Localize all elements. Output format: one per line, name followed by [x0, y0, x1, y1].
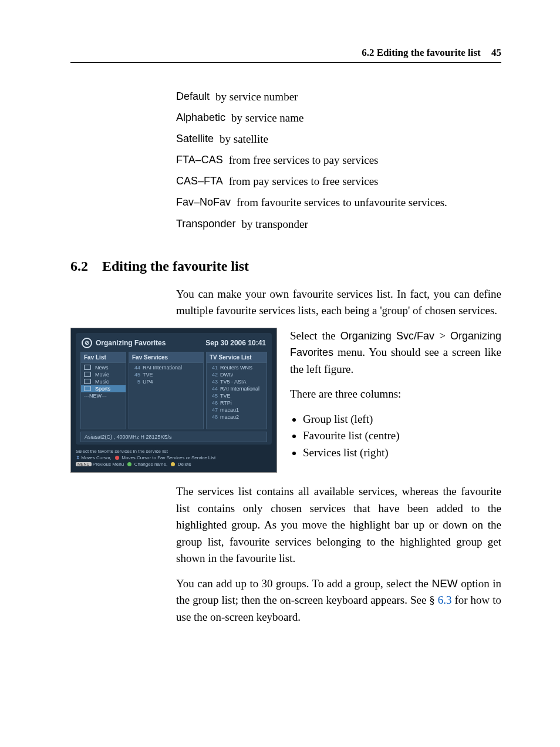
menu-path-1: Organizing Svc/Fav [340, 330, 434, 342]
side-text: Select the Organizing Svc/Fav > Organizi… [290, 328, 501, 462]
column-bullet-list: Group list (left)Favourite list (centre)… [290, 411, 501, 462]
sort-desc: by service name [231, 107, 303, 129]
running-header: 6.2 Editing the favourite list 45 [70, 47, 501, 63]
fav-list-header: Fav List [81, 352, 126, 363]
yellow-dot-icon [171, 462, 175, 466]
green-dot-icon [127, 462, 131, 466]
section-ref-link[interactable]: 6.3 [438, 594, 452, 606]
sort-option-row: Transponderby transponder [176, 214, 501, 235]
sort-option-row: FTA–CASfrom free services to pay service… [176, 150, 501, 171]
fav-list-item[interactable]: Movie [81, 371, 126, 378]
sort-option-row: Defaultby service number [176, 86, 501, 107]
tv-icon [84, 372, 91, 377]
sort-term: Satellite [176, 129, 214, 150]
sort-term: Fav–NoFav [176, 192, 231, 213]
intro-paragraph: You can make your own favourite services… [176, 286, 501, 319]
screenshot-titlebar: ⊘ Organizing Favorites Sep 30 2006 10:41 [80, 337, 267, 352]
tv-service-item[interactable]: 46RTPi [207, 399, 266, 406]
tv-service-item[interactable]: 44RAI International [207, 385, 266, 392]
section-number: 6.2 [70, 258, 88, 274]
tv-icon [84, 379, 91, 384]
sort-term: FTA–CAS [176, 150, 223, 171]
bullet-item: Services list (right) [303, 445, 501, 462]
sort-desc: by satellite [220, 129, 268, 150]
hint-line-1: Select the favorite services in the serv… [76, 448, 272, 455]
stop-icon: ⊘ [82, 338, 92, 348]
sort-desc: by transponder [241, 214, 308, 235]
sort-options-list: Defaultby service numberAlphabeticby ser… [176, 86, 501, 235]
sort-term: CAS–FTA [176, 171, 223, 192]
screenshot-title: Organizing Favorites [96, 339, 166, 347]
sort-desc: by service number [215, 86, 298, 107]
fav-services-header: Fav Services [129, 352, 203, 363]
page: 6.2 Editing the favourite list 45 Defaul… [0, 0, 560, 747]
fav-service-item[interactable]: 44RAI International [129, 364, 203, 371]
sort-term: Alphabetic [176, 107, 225, 129]
sort-option-row: Fav–NoFavfrom favourite services to unfa… [176, 192, 501, 213]
sort-term: Default [176, 86, 210, 107]
sort-term: Transponder [176, 214, 235, 235]
red-dot-icon [115, 456, 119, 460]
bullet-item: Favourite list (centre) [303, 428, 501, 445]
tv-service-item[interactable]: 48macau2 [207, 413, 266, 420]
sort-desc: from pay services to free services [229, 171, 379, 192]
fav-list-item[interactable]: Music [81, 378, 126, 385]
tv-service-item[interactable]: 47macau1 [207, 406, 266, 413]
section-title: Editing the favourite list [102, 258, 249, 274]
para-add-groups: You can add up to 30 groups. To add a gr… [176, 576, 501, 626]
tv-service-item[interactable]: 45TVE [207, 392, 266, 399]
tv-icon [84, 386, 91, 391]
new-option-label: NEW [431, 577, 457, 590]
sort-desc: from favourite services to unfavourite s… [237, 192, 447, 213]
sort-option-row: CAS–FTAfrom pay services to free service… [176, 171, 501, 192]
sort-desc: from free services to pay services [229, 150, 379, 171]
fav-list-item[interactable]: ---NEW--- [81, 392, 126, 399]
hint-line-2: ⇕ Moves Cursor, Moves Cursor to Fav Serv… [76, 455, 272, 461]
tv-service-item[interactable]: 43TV5 - ASIA [207, 378, 266, 385]
hint-line-3: MENU Previous Menu Changes name, Delete [76, 461, 272, 467]
tv-service-list-header: TV Service List [207, 352, 266, 363]
tv-service-item[interactable]: 41Reuters WNS [207, 364, 266, 371]
side-para-2: There are three columns: [290, 386, 501, 403]
running-title: 6.2 Editing the favourite list [362, 47, 481, 58]
fav-services-column: Fav Services 44RAI International45TVE5UP… [129, 352, 204, 429]
screenshot-status-bar: Asiasat2(C) , 4000MHz H 28125KS/s [80, 432, 267, 442]
tv-service-item[interactable]: 42DWtv [207, 371, 266, 378]
side-para-1: Select the Organizing Svc/Fav > Organizi… [290, 328, 501, 378]
para-services-list: The services list contains all available… [176, 483, 501, 567]
fav-service-item[interactable]: 45TVE [129, 371, 203, 378]
fav-list-item[interactable]: News [81, 364, 126, 371]
fav-list-column: Fav List NewsMovieMusicSports---NEW--- [80, 352, 126, 429]
screenshot-hints: Select the favorite services in the serv… [76, 448, 272, 468]
fav-service-item[interactable]: 5UP4 [129, 378, 203, 385]
tv-icon [84, 365, 91, 370]
sort-option-row: Alphabeticby service name [176, 107, 501, 129]
fav-list-item[interactable]: Sports [81, 385, 126, 392]
tv-service-list-column: TV Service List 41Reuters WNS42DWtv43TV5… [206, 352, 267, 429]
sort-option-row: Satelliteby satellite [176, 129, 501, 150]
figure-and-text: ⊘ Organizing Favorites Sep 30 2006 10:41… [70, 328, 501, 473]
page-number: 45 [491, 47, 501, 58]
screenshot-timestamp: Sep 30 2006 10:41 [205, 339, 266, 347]
screenshot-organizing-favorites: ⊘ Organizing Favorites Sep 30 2006 10:41… [70, 328, 277, 473]
bullet-item: Group list (left) [303, 411, 501, 428]
section-heading: 6.2 Editing the favourite list [70, 258, 501, 274]
